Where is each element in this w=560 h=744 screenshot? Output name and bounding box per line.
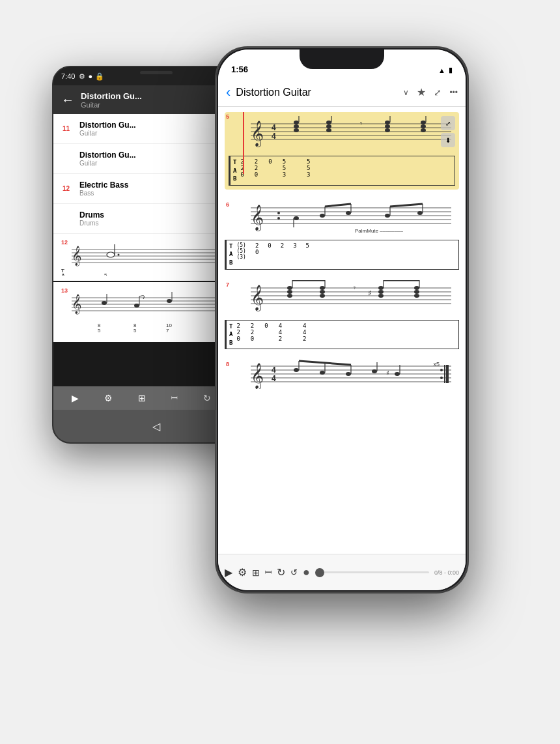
svg-point-52 [385, 128, 390, 132]
android-grid-icon[interactable]: ⊞ [138, 393, 146, 403]
ios-star-icon[interactable]: ★ [417, 86, 426, 98]
android-time: 7:40 [61, 72, 75, 80]
ios-chevron-down-icon[interactable]: ∨ [403, 88, 409, 97]
ios-phone-inner: 1:56 ▲ ▮ ‹ Distortion Guitar ∨ ★ ⤢ ••• [218, 50, 466, 590]
measure-number-8: 8 [226, 361, 229, 367]
svg-point-43 [294, 128, 299, 132]
ios-playbar: ▶ ⚙ ⊞ 𝄩 ↻ ↺ ● 0/8 - 0:00 [218, 554, 466, 590]
android-settings-icon[interactable]: ⚙ [104, 393, 113, 403]
svg-text:𝄞: 𝄞 [251, 285, 264, 311]
svg-line-79 [390, 204, 423, 207]
ios-metronome-icon[interactable]: 𝄩 [265, 567, 272, 578]
svg-point-7 [107, 252, 115, 257]
ios-square-icon[interactable]: ⤢ [434, 87, 441, 98]
svg-point-103 [414, 290, 419, 294]
svg-point-88 [287, 290, 292, 294]
tab-letters-5: T A B [233, 158, 236, 183]
tab-numbers-7: 220 220 0 442 442 [236, 322, 456, 342]
track-info-1: Distortion Gu... Guitar [79, 121, 136, 137]
svg-text:♯: ♯ [386, 369, 389, 377]
svg-text:𝄞: 𝄞 [72, 294, 81, 315]
ios-status-icons: ▲ ▮ [438, 66, 453, 74]
ios-time: 1:56 [231, 64, 248, 74]
svg-point-51 [385, 124, 390, 128]
android-gear-icon: ⚙ [79, 72, 85, 81]
download-button[interactable]: ⬇ [441, 133, 455, 147]
svg-point-99 [378, 290, 384, 294]
scene: 7:40 ⚙ ● 🔒 ← Distortion Gu... Guitar 11 … [0, 46, 560, 698]
svg-text:7: 7 [166, 328, 169, 334]
svg-text:4: 4 [272, 374, 276, 383]
ios-score-content[interactable]: 5 ⤢ ⬇ 𝄞 4 4 [218, 107, 466, 554]
score-measure-8: 8 x5 𝄞 4 4 [225, 360, 459, 392]
score-measure-5: 5 ⤢ ⬇ 𝄞 4 4 [225, 112, 459, 190]
svg-point-66 [277, 212, 280, 214]
svg-point-25 [167, 299, 172, 303]
ios-back-button[interactable]: ‹ [226, 84, 231, 101]
svg-point-115 [294, 368, 299, 372]
svg-text:PalmMute ––––––––: PalmMute –––––––– [355, 228, 403, 234]
android-loop-icon[interactable]: ↻ [203, 393, 211, 403]
svg-point-50 [385, 121, 390, 124]
ios-staff-8: 𝄞 4 4 ♯ [225, 360, 459, 389]
android-play-icon[interactable]: ▶ [72, 393, 79, 403]
svg-point-21 [102, 301, 107, 305]
ios-speed-icon[interactable]: ↺ [290, 567, 298, 577]
svg-point-87 [287, 286, 292, 290]
ios-staff-5: 𝄞 4 4 � [229, 116, 455, 152]
ios-loop-icon[interactable]: ↻ [277, 566, 285, 579]
svg-text:4: 4 [272, 123, 276, 132]
android-metronome-icon[interactable]: 𝄩 [171, 393, 178, 403]
svg-text:5: 5 [98, 328, 101, 334]
svg-text:𝄞: 𝄞 [72, 246, 81, 266]
svg-point-41 [294, 121, 299, 124]
svg-point-46 [326, 124, 331, 128]
svg-point-92 [320, 290, 325, 294]
svg-point-129 [440, 369, 443, 371]
svg-point-104 [414, 294, 419, 298]
svg-point-93 [320, 294, 325, 298]
svg-point-56 [421, 128, 426, 132]
svg-text:4: 4 [272, 132, 276, 141]
svg-point-68 [294, 216, 299, 220]
svg-line-74 [325, 204, 351, 207]
track-info-3: Electric Bass Bass [79, 180, 128, 197]
expand-button[interactable]: ⤢ [441, 116, 455, 130]
ios-staff-7: 𝄞 𝄾 ♯ [225, 280, 459, 316]
repeat-label: x5 [433, 361, 440, 367]
track-info-4: Drums Drums [79, 210, 104, 227]
ios-header-title: Distortion Guitar [236, 87, 398, 98]
ios-progress-bar[interactable] [315, 571, 429, 573]
android-back-button[interactable]: ← [61, 93, 74, 107]
track-num-3: 12 [63, 185, 74, 192]
svg-text:𝄞: 𝄞 [251, 121, 264, 147]
android-back-nav-icon[interactable]: ◁ [152, 420, 160, 433]
tab-notation-6: T A B (5)(5)(3) 20 0 2 3 5 [225, 240, 459, 270]
svg-text:5: 5 [104, 272, 107, 276]
svg-point-122 [372, 369, 377, 373]
ios-phone: 1:56 ▲ ▮ ‹ Distortion Guitar ∨ ★ ⤢ ••• [215, 46, 469, 594]
score-measure-6: 6 𝄞 [225, 200, 459, 270]
svg-point-130 [440, 377, 443, 379]
ios-app-header: ‹ Distortion Guitar ∨ ★ ⤢ ••• [218, 78, 466, 107]
ios-wifi-icon: ▲ [438, 66, 445, 74]
svg-point-42 [294, 124, 299, 128]
svg-point-9 [118, 254, 120, 256]
tab-notation-7: T A B 220 220 0 442 442 [225, 320, 459, 350]
android-status-icons: ⚙ ● 🔒 [79, 72, 104, 81]
svg-point-75 [385, 214, 390, 218]
svg-point-89 [287, 294, 292, 298]
ios-grid-icon[interactable]: ⊞ [252, 567, 260, 578]
svg-text:4: 4 [272, 365, 276, 375]
tab-numbers-5: 220 220 0 553 553 [240, 158, 452, 178]
ios-settings-icon[interactable]: ⚙ [238, 566, 247, 579]
svg-point-125 [395, 372, 400, 376]
ios-play-button[interactable]: ▶ [225, 566, 232, 579]
svg-text:A: A [61, 272, 65, 276]
svg-point-91 [320, 286, 325, 290]
ios-more-icon[interactable]: ••• [449, 88, 458, 97]
android-lock-icon: 🔒 [95, 72, 104, 81]
tab-numbers-6: (5)(5)(3) 20 0 2 3 5 [236, 242, 456, 260]
ios-notch [300, 50, 384, 69]
svg-point-45 [326, 121, 331, 124]
